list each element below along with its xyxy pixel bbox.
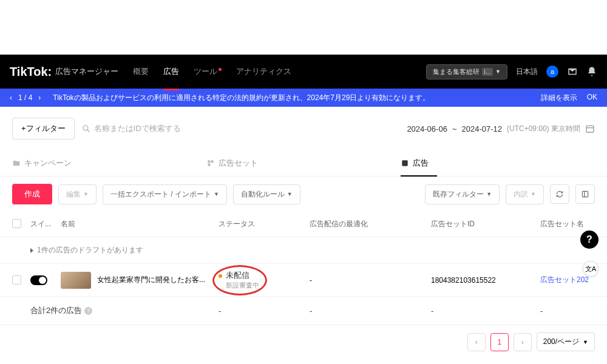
edit-button[interactable]: 編集▼ xyxy=(58,184,97,204)
row-checkbox[interactable] xyxy=(12,275,21,285)
create-button[interactable]: 作成 xyxy=(12,184,52,204)
notification-dot-icon xyxy=(219,68,222,71)
banner-pager: ‹ 1 / 4 › xyxy=(10,93,41,102)
add-filter-button[interactable]: +フィルター xyxy=(12,118,75,140)
ad-name[interactable]: 女性起業家専門に開発したお客... xyxy=(97,275,205,285)
notification-banner: ‹ 1 / 4 › TikTokの製品およびサービスの利用に適用される特定の法的… xyxy=(0,89,607,107)
nav-overview[interactable]: 概要 xyxy=(133,64,149,79)
folder-icon xyxy=(12,159,21,167)
export-import-button[interactable]: 一括エクスポート / インポート▼ xyxy=(103,184,227,204)
status-dot-icon xyxy=(219,274,222,278)
col-status: ステータス xyxy=(219,219,310,229)
refresh-button[interactable] xyxy=(550,184,569,204)
status-cell: 未配信 新設審査中 xyxy=(219,270,310,290)
chevron-down-icon: ▼ xyxy=(495,69,501,75)
columns-button[interactable] xyxy=(575,184,595,204)
logo: TikTok: xyxy=(10,65,52,79)
account-selector[interactable]: 集まる集客総研 i... ▼ xyxy=(426,64,507,79)
avatar[interactable]: a xyxy=(546,66,558,78)
banner-ok-button[interactable]: OK xyxy=(587,93,597,103)
banner-detail-link[interactable]: 詳細を表示 xyxy=(541,93,577,103)
page-size-select[interactable]: 200/ページ▼ xyxy=(537,332,595,351)
level-tabs: キャンペーン 広告セット 広告 xyxy=(0,150,607,177)
svg-rect-6 xyxy=(208,164,210,166)
nav-ads[interactable]: 広告 xyxy=(163,64,179,79)
tab-ad[interactable]: 広告 xyxy=(401,150,595,176)
adset-icon xyxy=(206,159,215,167)
inbox-icon[interactable] xyxy=(567,66,578,77)
pagination: ‹ 1 › 200/ページ▼ xyxy=(0,325,607,359)
timezone-label: (UTC+09:00) 東京時間 xyxy=(507,124,580,134)
banner-prev[interactable]: ‹ xyxy=(10,93,12,102)
page-current[interactable]: 1 xyxy=(490,333,509,351)
action-bar: 作成 編集▼ 一括エクスポート / インポート▼ 自動化ルール▼ 既存フィルター… xyxy=(0,177,607,212)
col-name: 名前 xyxy=(61,219,219,229)
svg-rect-5 xyxy=(211,160,214,163)
help-button[interactable]: ? xyxy=(580,231,599,249)
info-icon[interactable]: ? xyxy=(84,307,92,315)
svg-line-1 xyxy=(87,130,89,132)
table-row: 女性起業家専門に開発したお客... 未配信 新設審査中 - 1804382103… xyxy=(0,264,607,297)
banner-next[interactable]: › xyxy=(38,93,41,102)
optimization-cell: - xyxy=(310,276,431,285)
top-navigation: TikTok: 広告マネージャー 概要 広告 ツール アナリティクス 集まる集客… xyxy=(0,55,607,89)
refresh-icon xyxy=(555,190,564,198)
adset-name-link[interactable]: 広告セット202 xyxy=(540,275,595,285)
logo-subtitle: 広告マネージャー xyxy=(55,66,118,77)
summary-row: 合計2件の広告 ? - - - - xyxy=(0,297,607,325)
breakdown-button[interactable]: 内訳▼ xyxy=(506,184,544,204)
select-all-checkbox[interactable] xyxy=(12,219,21,228)
translate-button[interactable]: 文A xyxy=(583,261,599,277)
nav-right: 集まる集客総研 i... ▼ 日本語 a xyxy=(426,64,597,79)
nav-analytics[interactable]: アナリティクス xyxy=(236,64,291,79)
svg-rect-4 xyxy=(208,160,210,163)
col-optimization: 広告配信の最適化 xyxy=(310,219,431,229)
ad-thumbnail xyxy=(61,272,91,289)
banner-page-count: 1 / 4 xyxy=(18,93,32,102)
search-input[interactable]: 名称またはIDで検索する xyxy=(82,123,400,134)
expand-icon xyxy=(30,248,33,253)
bell-icon[interactable] xyxy=(586,66,597,77)
automation-rules-button[interactable]: 自動化ルール▼ xyxy=(233,184,300,204)
nav-items: 概要 広告 ツール アナリティクス xyxy=(133,64,426,79)
banner-message: TikTokの製品およびサービスの利用に適用される特定の法的規約が更新され、20… xyxy=(53,93,540,103)
draft-row[interactable]: 1件の広告のドラフトがあります xyxy=(0,237,607,264)
col-adset-id: 広告セットID xyxy=(431,219,540,229)
row-toggle[interactable] xyxy=(30,275,47,285)
calendar-icon xyxy=(585,124,595,133)
date-range-picker[interactable]: 2024-06-06 ~ 2024-07-12 (UTC+09:00) 東京時間 xyxy=(407,124,595,134)
svg-point-0 xyxy=(83,126,87,130)
col-adset-name: 広告セット名 xyxy=(540,219,595,229)
search-icon xyxy=(82,124,90,133)
svg-rect-2 xyxy=(586,126,594,132)
tab-adset[interactable]: 広告セット xyxy=(206,150,401,176)
table-header: スイ... 名前 ステータス 広告配信の最適化 広告セットID 広告セット名 xyxy=(0,212,607,237)
svg-rect-8 xyxy=(582,191,588,197)
col-switch: スイ... xyxy=(30,219,61,229)
columns-icon xyxy=(581,190,589,198)
page-prev[interactable]: ‹ xyxy=(467,333,486,351)
page-next[interactable]: › xyxy=(514,333,532,351)
ad-icon xyxy=(401,159,409,167)
filter-toolbar: +フィルター 名称またはIDで検索する 2024-06-06 ~ 2024-07… xyxy=(0,107,607,150)
nav-tools[interactable]: ツール xyxy=(194,64,222,79)
language-selector[interactable]: 日本語 xyxy=(516,67,538,77)
svg-rect-7 xyxy=(402,160,407,166)
tab-campaign[interactable]: キャンペーン xyxy=(12,150,206,176)
saved-filter-button[interactable]: 既存フィルター▼ xyxy=(425,184,500,204)
adset-id-cell: 1804382103615522 xyxy=(431,276,540,285)
